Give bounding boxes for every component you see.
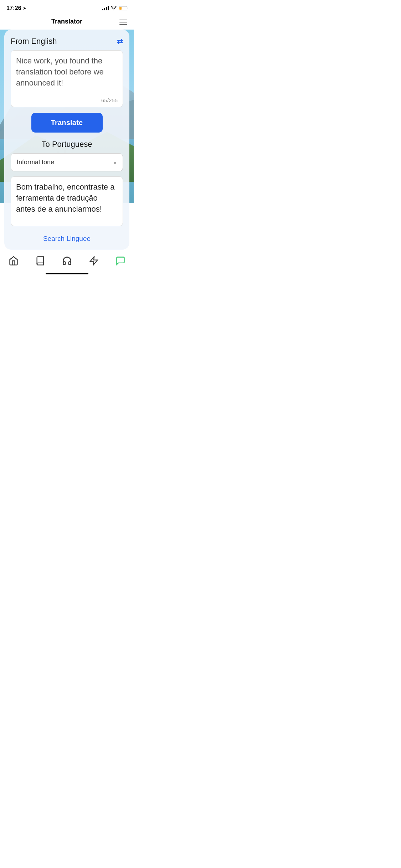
signal-bar-2 [104, 8, 105, 10]
nav-bar: Translator [0, 14, 134, 30]
signal-bar-4 [108, 6, 109, 10]
menu-line-3 [119, 24, 127, 25]
battery-fill [119, 7, 122, 10]
home-indicator [0, 270, 134, 279]
tone-selector[interactable]: Informal tone ⬦ [11, 153, 123, 171]
tone-dropdown-arrow: ⬦ [113, 159, 117, 166]
wifi-icon [111, 6, 117, 10]
signal-bar-1 [102, 9, 103, 10]
translate-button[interactable]: Translate [31, 113, 103, 133]
battery-icon [119, 6, 127, 10]
from-language-label: From English [11, 37, 57, 46]
search-linguee-button[interactable]: Search Linguee [11, 232, 123, 244]
signal-bar-3 [106, 7, 107, 10]
from-language-row: From English ⇄ [11, 37, 123, 46]
signal-bars [102, 6, 109, 10]
to-language-label: To Portuguese [11, 140, 123, 149]
swap-languages-button[interactable]: ⇄ [117, 37, 123, 46]
headphones-icon [62, 256, 72, 266]
status-bar: 17:26 ➤ [0, 0, 134, 14]
status-icons [102, 6, 127, 10]
tone-label: Informal tone [17, 159, 54, 166]
output-text-box: Bom trabalho, encontraste a ferramenta d… [11, 176, 123, 226]
book-icon [35, 256, 45, 266]
input-text-box[interactable]: Nice work, you found the translation too… [11, 50, 123, 107]
location-icon: ➤ [23, 6, 26, 11]
char-count: 65/255 [16, 97, 118, 103]
nav-item-listen[interactable] [58, 254, 76, 267]
nav-item-flash[interactable] [85, 254, 102, 267]
nav-item-home[interactable] [5, 254, 22, 267]
nav-item-chat[interactable] [112, 254, 129, 267]
translator-card: From English ⇄ Nice work, you found the … [4, 30, 129, 250]
bottom-nav [0, 250, 134, 270]
translated-text: Bom trabalho, encontraste a ferramenta d… [16, 182, 118, 215]
lightning-icon [89, 256, 99, 266]
svg-marker-8 [90, 257, 97, 265]
status-time: 17:26 [6, 5, 21, 11]
page-title: Translator [51, 18, 82, 25]
chat-icon [115, 256, 125, 266]
home-indicator-bar [46, 273, 88, 274]
source-text[interactable]: Nice work, you found the translation too… [16, 56, 118, 94]
home-icon [9, 256, 19, 266]
menu-line-1 [119, 20, 127, 20]
menu-button[interactable] [119, 20, 127, 25]
nav-item-dictionary[interactable] [32, 254, 49, 267]
menu-line-2 [119, 22, 127, 22]
